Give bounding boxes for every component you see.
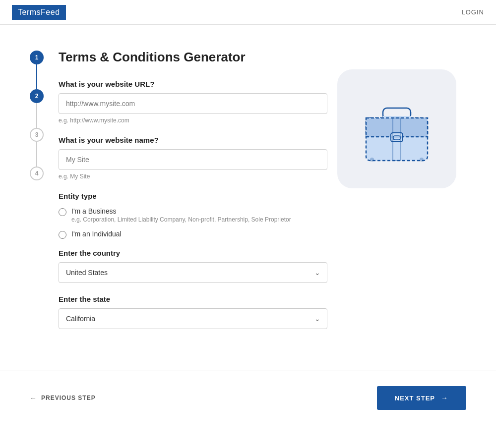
step-1-item: 1 xyxy=(30,51,44,89)
prev-step-button[interactable]: ← PREVIOUS STEP xyxy=(30,394,96,402)
header: TermsFeed LOGIN xyxy=(0,0,496,25)
illustration-background xyxy=(337,69,456,188)
step-1-circle: 1 xyxy=(30,51,44,64)
country-select-wrapper: United States Canada United Kingdom Aust… xyxy=(59,262,327,283)
entity-individual-radio[interactable] xyxy=(59,231,66,239)
illustration-area xyxy=(327,50,466,341)
name-label: What is your website name? xyxy=(59,136,327,144)
state-label: Enter the state xyxy=(59,295,327,303)
page-title: Terms & Conditions Generator xyxy=(59,50,327,65)
entity-group: Entity type I'm a Business e.g. Corporat… xyxy=(59,192,327,239)
step-2-line xyxy=(36,103,37,128)
svg-rect-8 xyxy=(391,136,403,138)
svg-point-9 xyxy=(370,158,374,162)
country-group: Enter the country United States Canada U… xyxy=(59,249,327,283)
prev-step-label: PREVIOUS STEP xyxy=(41,394,96,401)
step-4-item: 4 xyxy=(30,167,44,180)
form-area: Terms & Conditions Generator What is you… xyxy=(59,50,327,341)
bottom-nav: ← PREVIOUS STEP NEXT STEP → xyxy=(0,371,496,425)
prev-arrow-icon: ← xyxy=(30,394,37,402)
entity-business-radio[interactable] xyxy=(59,208,66,216)
step-3-circle: 3 xyxy=(30,128,44,142)
entity-individual-option[interactable]: I'm an Individual xyxy=(59,230,327,239)
svg-point-10 xyxy=(420,158,424,162)
step-3-line xyxy=(36,142,37,167)
logo-terms: Terms xyxy=(18,8,41,16)
url-label: What is your website URL? xyxy=(59,80,327,88)
login-link[interactable]: LOGIN xyxy=(462,8,484,16)
entity-business-option[interactable]: I'm a Business e.g. Corporation, Limited… xyxy=(59,207,327,223)
state-group: Enter the state California New York Texa… xyxy=(59,295,327,329)
step-1-line xyxy=(36,64,37,89)
next-step-label: NEXT STEP xyxy=(395,394,435,402)
step-2-item: 2 xyxy=(30,89,44,128)
state-select-wrapper: California New York Texas Florida ⌄ xyxy=(59,308,327,329)
country-label: Enter the country xyxy=(59,249,327,257)
step-2-circle: 2 xyxy=(30,89,44,103)
next-step-button[interactable]: NEXT STEP → xyxy=(377,386,466,410)
name-hint: e.g. My Site xyxy=(59,173,327,180)
state-select[interactable]: California New York Texas Florida xyxy=(59,308,327,329)
entity-label: Entity type xyxy=(59,192,327,200)
step-3-item: 3 xyxy=(30,128,44,167)
url-hint: e.g. http://www.mysite.com xyxy=(59,117,327,124)
main-content: 1 2 3 4 Terms & Conditions Generator Wha… xyxy=(0,25,496,361)
url-input[interactable] xyxy=(59,93,327,114)
entity-business-hint: e.g. Corporation, Limited Liability Comp… xyxy=(71,216,291,223)
entity-individual-label: I'm an Individual xyxy=(71,230,122,238)
next-arrow-icon: → xyxy=(441,394,448,402)
country-select[interactable]: United States Canada United Kingdom Aust… xyxy=(59,262,327,283)
url-group: What is your website URL? e.g. http://ww… xyxy=(59,80,327,124)
briefcase-illustration xyxy=(357,89,436,168)
name-group: What is your website name? e.g. My Site xyxy=(59,136,327,180)
stepper: 1 2 3 4 xyxy=(30,50,44,341)
step-4-circle: 4 xyxy=(30,167,44,180)
logo-feed: Feed xyxy=(41,8,60,16)
logo[interactable]: TermsFeed xyxy=(12,5,66,20)
entity-business-label: I'm a Business xyxy=(71,207,291,215)
name-input[interactable] xyxy=(59,149,327,170)
